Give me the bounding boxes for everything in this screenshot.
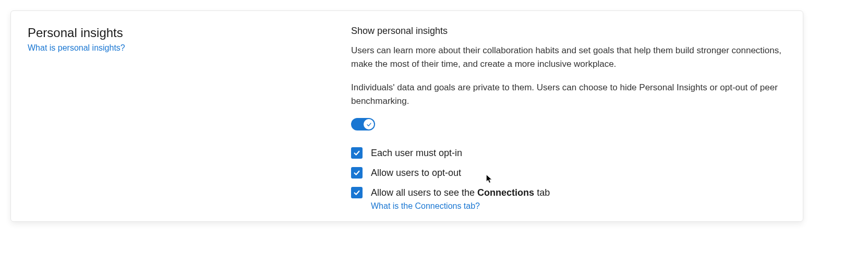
help-link-personal-insights[interactable]: What is personal insights? (28, 43, 125, 52)
description-paragraph-1: Users can learn more about their collabo… (351, 44, 786, 70)
settings-heading: Show personal insights (351, 26, 786, 37)
toggle-knob (364, 119, 374, 129)
settings-card: Personal insights What is personal insig… (10, 10, 803, 222)
left-column: Personal insights What is personal insig… (28, 26, 341, 211)
checkbox-opt-out[interactable] (351, 167, 363, 179)
checkmark-icon (366, 122, 372, 127)
section-title: Personal insights (28, 26, 341, 40)
checkbox-row-connections: Allow all users to see the Connections t… (351, 187, 786, 198)
show-personal-insights-toggle[interactable] (351, 118, 375, 130)
checkmark-icon (353, 169, 360, 176)
label-bold: Connections (477, 187, 534, 198)
checkbox-label-opt-out: Allow users to opt-out (371, 168, 461, 179)
checkbox-row-opt-out: Allow users to opt-out (351, 167, 786, 179)
checkmark-icon (353, 189, 360, 196)
label-suffix: tab (534, 187, 550, 198)
description-paragraph-2: Individuals' data and goals are private … (351, 81, 786, 108)
right-column: Show personal insights Users can learn m… (351, 26, 786, 211)
label-prefix: Allow all users to see the (371, 187, 477, 198)
checkbox-label-connections: Allow all users to see the Connections t… (371, 187, 550, 198)
checkbox-opt-in[interactable] (351, 147, 363, 159)
checkbox-label-opt-in: Each user must opt-in (371, 148, 462, 159)
help-link-connections-tab[interactable]: What is the Connections tab? (371, 201, 480, 210)
checkmark-icon (353, 149, 360, 157)
checkbox-connections[interactable] (351, 187, 363, 198)
checkbox-row-opt-in: Each user must opt-in (351, 147, 786, 159)
cursor-icon (486, 174, 493, 184)
